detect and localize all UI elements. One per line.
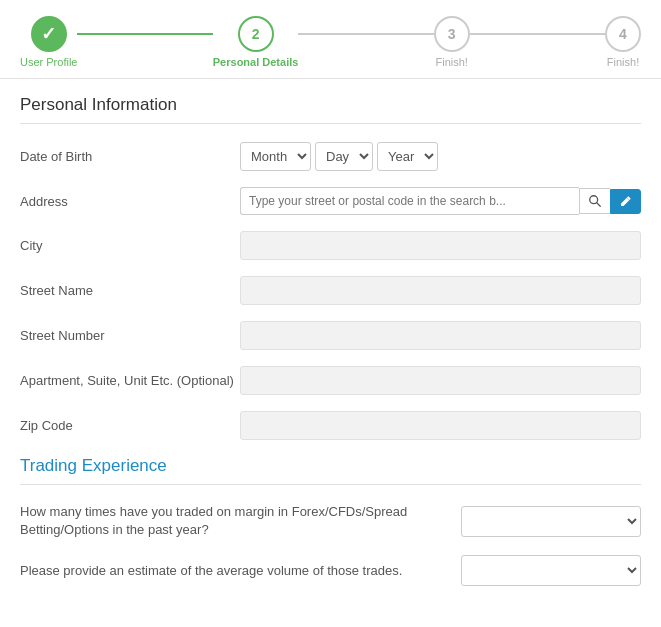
- street-name-label: Street Name: [20, 283, 240, 298]
- dob-day-select[interactable]: Day: [315, 142, 373, 171]
- address-search-button[interactable]: [579, 188, 610, 214]
- street-number-label: Street Number: [20, 328, 240, 343]
- city-input[interactable]: [240, 231, 641, 260]
- step-number-3: 3: [448, 26, 456, 42]
- step-circle-4: 4: [605, 16, 641, 52]
- trading-select-1[interactable]: [461, 506, 641, 537]
- street-name-input[interactable]: [240, 276, 641, 305]
- stepper: ✓ User Profile 2 Personal Details 3 Fini…: [0, 0, 661, 79]
- step-finish1[interactable]: 3 Finish!: [434, 16, 470, 68]
- step-personal-details[interactable]: 2 Personal Details: [213, 16, 299, 68]
- connector-3-4: [470, 33, 605, 35]
- city-row: City: [20, 231, 641, 260]
- step-number-4: 4: [619, 26, 627, 42]
- street-number-input[interactable]: [240, 321, 641, 350]
- step-label-4: Finish!: [607, 56, 639, 68]
- step-label-2: Personal Details: [213, 56, 299, 68]
- trading-row-1: How many times have you traded on margin…: [20, 503, 641, 539]
- step-label-3: Finish!: [435, 56, 467, 68]
- step-finish2[interactable]: 4 Finish!: [605, 16, 641, 68]
- search-icon: [588, 194, 602, 208]
- dob-year-select[interactable]: Year: [377, 142, 438, 171]
- apartment-label: Apartment, Suite, Unit Etc. (Optional): [20, 373, 240, 388]
- dob-row: Date of Birth Month Day Year: [20, 142, 641, 171]
- step-user-profile[interactable]: ✓ User Profile: [20, 16, 77, 68]
- trading-label-1: How many times have you traded on margin…: [20, 503, 461, 539]
- trading-select-2[interactable]: [461, 555, 641, 586]
- trading-select-wrap-2: [461, 555, 641, 586]
- address-input[interactable]: [240, 187, 579, 215]
- city-label: City: [20, 238, 240, 253]
- connector-2-3: [298, 33, 433, 35]
- street-name-control: [240, 276, 641, 305]
- dob-label: Date of Birth: [20, 149, 240, 164]
- address-edit-button[interactable]: [610, 189, 641, 214]
- city-control: [240, 231, 641, 260]
- zip-code-control: [240, 411, 641, 440]
- street-number-row: Street Number: [20, 321, 641, 350]
- step-circle-2: 2: [238, 16, 274, 52]
- personal-info-title: Personal Information: [20, 95, 641, 124]
- step-label-1: User Profile: [20, 56, 77, 68]
- address-row: Address: [20, 187, 641, 215]
- step-number-2: 2: [252, 26, 260, 42]
- trading-label-2: Please provide an estimate of the averag…: [20, 562, 461, 580]
- apartment-input[interactable]: [240, 366, 641, 395]
- address-controls: [240, 187, 641, 215]
- zip-code-label: Zip Code: [20, 418, 240, 433]
- trading-select-wrap-1: [461, 506, 641, 537]
- connector-1-2: [77, 33, 212, 35]
- main-content: Personal Information Date of Birth Month…: [0, 79, 661, 618]
- apartment-row: Apartment, Suite, Unit Etc. (Optional): [20, 366, 641, 395]
- apartment-control: [240, 366, 641, 395]
- edit-icon: [619, 195, 632, 208]
- dob-selects: Month Day Year: [240, 142, 438, 171]
- address-label: Address: [20, 194, 240, 209]
- zip-code-input[interactable]: [240, 411, 641, 440]
- step-circle-1: ✓: [31, 16, 67, 52]
- svg-line-1: [597, 203, 601, 207]
- dob-month-select[interactable]: Month: [240, 142, 311, 171]
- dob-controls: Month Day Year: [240, 142, 641, 171]
- street-name-row: Street Name: [20, 276, 641, 305]
- trading-experience-title: Trading Experience: [20, 456, 641, 485]
- step-circle-3: 3: [434, 16, 470, 52]
- trading-row-2: Please provide an estimate of the averag…: [20, 555, 641, 586]
- zip-code-row: Zip Code: [20, 411, 641, 440]
- street-number-control: [240, 321, 641, 350]
